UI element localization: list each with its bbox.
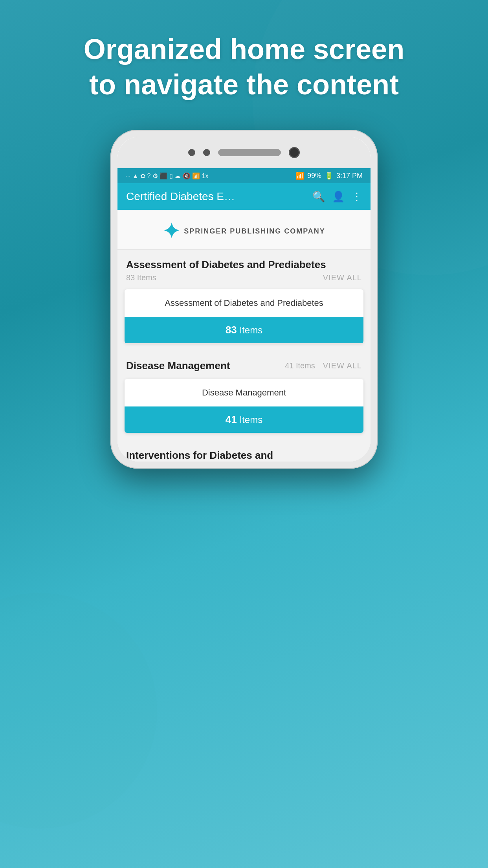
header-line2: to navigate the content (24, 67, 464, 102)
section-2-card-badge: 41 Items (125, 406, 363, 433)
section-2-title: Disease Management (126, 360, 230, 372)
publisher-logo-section: ✦ SPRINGER PUBLISHING COMPANY (117, 210, 371, 250)
section-1-card-title: Assessment of Diabetes and Prediabetes (125, 289, 363, 317)
section-2-count: 41 Items (285, 361, 315, 370)
section-1-card-count: 83 (226, 324, 237, 336)
front-camera-main (289, 147, 300, 158)
app-title: Certified Diabetes E… (126, 190, 312, 203)
section-1-header: Assessment of Diabetes and Prediabetes 8… (117, 250, 371, 286)
battery-icon: 🔋 (325, 171, 333, 180)
speaker-grille (218, 149, 281, 156)
publisher-name: SPRINGER PUBLISHING COMPANY (184, 227, 325, 235)
page-header: Organized home screen to navigate the co… (0, 31, 488, 102)
section-1-title: Assessment of Diabetes and Prediabetes (126, 258, 362, 272)
section-1-card[interactable]: Assessment of Diabetes and Prediabetes 8… (125, 289, 363, 343)
signal-strength: 📶 (295, 171, 304, 180)
more-options-icon[interactable]: ⋮ (352, 191, 362, 203)
section-1-items-text: Items (239, 325, 262, 335)
phone-hardware-top (117, 137, 371, 168)
battery-percent: 99% (307, 172, 321, 180)
section-1-view-all[interactable]: VIEW ALL (323, 273, 362, 282)
section-1-card-badge: 83 Items (125, 317, 363, 343)
section-3-title: Interventions for Diabetes and (126, 449, 362, 462)
section-2-card-title: Disease Management (125, 379, 363, 406)
section-2-card-count: 41 (226, 414, 237, 425)
search-icon[interactable]: 🔍 (312, 191, 325, 203)
app-content: ✦ SPRINGER PUBLISHING COMPANY Assessment… (117, 210, 371, 462)
section-2-view-all[interactable]: VIEW ALL (323, 361, 362, 370)
phone-device: ··· ▲ ✿ ? ⚙ ⬛ ▯ ☁ 🔇 📶 1x 📶 99% 🔋 3:17 PM… (110, 130, 378, 469)
notification-icons: ··· ▲ ✿ ? ⚙ ⬛ ▯ ☁ 🔇 📶 1x (125, 172, 208, 180)
front-camera-2 (203, 149, 210, 156)
front-camera-1 (188, 149, 195, 156)
status-bar: ··· ▲ ✿ ? ⚙ ⬛ ▯ ☁ 🔇 📶 1x 📶 99% 🔋 3:17 PM (117, 168, 371, 183)
status-right: 📶 99% 🔋 3:17 PM (295, 171, 363, 180)
app-toolbar: Certified Diabetes E… 🔍 👤 ⋮ (117, 183, 371, 210)
toolbar-icons: 🔍 👤 ⋮ (312, 191, 362, 203)
springer-figure-icon: ✦ (163, 221, 180, 241)
section-1-count: 83 Items (126, 273, 156, 282)
section-2-items-text: Items (239, 414, 262, 425)
header-line1: Organized home screen (24, 31, 464, 67)
section-3-partial: Interventions for Diabetes and (117, 441, 371, 462)
section-2-card[interactable]: Disease Management 41 Items (125, 379, 363, 433)
section-2-header: Disease Management 41 Items VIEW ALL (117, 351, 371, 376)
status-icons-left: ··· ▲ ✿ ? ⚙ ⬛ ▯ ☁ 🔇 📶 1x (125, 172, 208, 180)
user-icon[interactable]: 👤 (332, 191, 345, 203)
clock: 3:17 PM (336, 172, 363, 180)
